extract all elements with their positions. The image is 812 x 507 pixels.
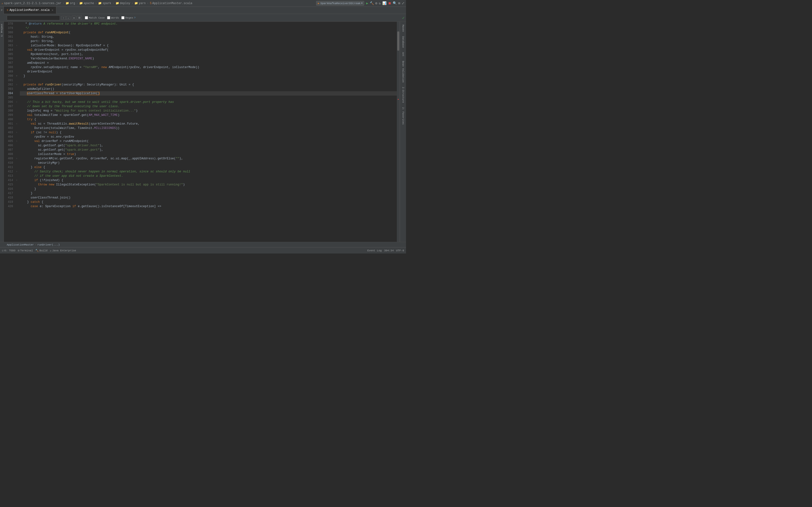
folder-yarn[interactable]: 📁 yarn: [134, 1, 146, 5]
terminal-icon: ⊡: [18, 249, 19, 252]
search-everywhere-icon[interactable]: 🔍: [393, 1, 397, 5]
code-editor[interactable]: 378 379 380 381 382 383 384 385 386 387 …: [4, 22, 400, 242]
folder-org[interactable]: 📁 org: [65, 1, 75, 5]
build-icon[interactable]: 🔨: [370, 1, 374, 5]
run-config[interactable]: ▶ SparkKafkaReceiverDStream ▼: [316, 1, 364, 6]
run-icon[interactable]: ▶: [366, 1, 368, 5]
ant-panel-tab[interactable]: Ant: [401, 50, 405, 58]
code-line-387: amEndpoint =: [20, 61, 397, 65]
toolbar-actions: ▶ 🔨 ⚙ ↻ 📊 ⏹ 🔍 ⊞ ⤢: [366, 1, 405, 5]
folder-icon-yarn: 📁: [134, 1, 138, 5]
regex-checkbox[interactable]: [121, 16, 124, 19]
regex-label: Regex: [125, 16, 133, 19]
project-tab-strip: P: [0, 7, 4, 14]
search-options-group: Match Case Words Regex ?: [85, 16, 136, 19]
code-line-383: isClusterMode: Boolean): RpcEndpointRef …: [20, 44, 397, 48]
project-panel-icon[interactable]: 1: Project: [0, 23, 4, 38]
code-line-409: registerAM(sc.getConf, rpcEnv, driverRef…: [20, 157, 397, 161]
bean-validation-panel-tab[interactable]: Bean Validation: [401, 59, 405, 84]
folder-label-deploy: deploy: [120, 2, 130, 5]
search-extra-icons: ≡ ⊞: [72, 16, 82, 20]
folder-icon-apache: 📁: [79, 1, 83, 5]
encoding-indicator[interactable]: UTF-8: [396, 249, 404, 252]
folder-label-spark: spark: [102, 2, 111, 5]
editor-tab-active[interactable]: S ApplicationMaster.scala ✕: [4, 7, 56, 14]
code-line-412: // Sanity check; should never happen in …: [20, 169, 397, 174]
code-line-391: [20, 78, 397, 82]
z-structure-panel-tab[interactable]: Z-Structure: [401, 85, 405, 105]
editor-status-check: ✓: [402, 15, 405, 20]
gutter-col: ○ ▽ ○ ○: [14, 22, 19, 242]
right-sidebar: Maven Database Ant Bean Validation Z-Str…: [400, 22, 406, 242]
search-options-button[interactable]: ≡: [72, 16, 76, 20]
todo-icon: ☑: [2, 249, 4, 252]
maven-panel-tab[interactable]: Maven: [401, 23, 405, 34]
run-config-label: SparkKafkaReceiverDStream: [320, 2, 360, 5]
todo-item[interactable]: ☑ 6: TODO: [2, 249, 15, 252]
settings-icon[interactable]: ⚙: [375, 1, 377, 5]
layout-icon[interactable]: ⊞: [398, 1, 400, 5]
folder-deploy[interactable]: 📁 deploy: [115, 1, 130, 5]
match-case-label: Match Case: [89, 16, 105, 19]
terminal-label: Terminal: [20, 249, 33, 252]
reload-icon[interactable]: ↻: [379, 1, 380, 5]
folder-apache[interactable]: 📁 apache: [79, 1, 94, 5]
java-enterprise-label: Java Enterprise: [52, 249, 76, 252]
build-label: Build: [39, 249, 47, 252]
code-line-414: if (!finished) {: [20, 178, 397, 182]
favorites-panel-tab[interactable]: 2: Favorites: [401, 105, 405, 126]
bottom-right-items: Event Log 394:34 UTF-8: [367, 249, 404, 252]
event-log-item[interactable]: Event Log: [367, 249, 382, 252]
code-line-399: val totalWaitTime = sparkConf.get(AM_MAX…: [20, 113, 397, 117]
java-icon: ☕: [50, 249, 51, 252]
match-case-option[interactable]: Match Case: [85, 16, 105, 19]
code-line-389: driverEndpoint: [20, 69, 397, 74]
vertical-scrollbar[interactable]: [397, 22, 400, 242]
code-line-417: }: [20, 191, 397, 195]
code-line-411: } else {: [20, 165, 397, 169]
folder-label-yarn: yarn: [139, 2, 146, 5]
todo-label: 6: TODO: [4, 249, 15, 252]
code-line-380: private def runAMEndpoint(: [20, 31, 397, 35]
breadcrumb-method-sep: ›: [35, 243, 37, 246]
tab-close-icon[interactable]: ✕: [52, 9, 53, 12]
build-item[interactable]: 🔨 Build: [35, 249, 47, 252]
java-enterprise-item[interactable]: ☕ Java Enterprise: [50, 249, 76, 252]
code-line-404: rpcEnv = sc.env.rpcEnv: [20, 135, 397, 139]
code-line-418: userClassThread.join(): [20, 195, 397, 200]
search-filter-button[interactable]: ⊞: [77, 16, 82, 20]
stop-icon[interactable]: ⏹: [388, 1, 391, 5]
breadcrumb-method[interactable]: runDriver(...): [38, 243, 60, 246]
code-line-410: securityMgr): [20, 161, 397, 165]
database-panel-tab[interactable]: Database: [401, 34, 405, 50]
project-icon[interactable]: P: [1, 9, 2, 12]
search-prev-button[interactable]: ↑: [61, 16, 66, 20]
folder-icon-spark: 📁: [98, 1, 102, 5]
folder-spark[interactable]: 📁 spark: [98, 1, 111, 5]
code-line-416: }: [20, 187, 397, 191]
code-line-402: Duration(totalWaitTime, TimeUnit.MILLISE…: [20, 126, 397, 130]
words-checkbox[interactable]: [107, 16, 110, 19]
encoding-label: UTF-8: [396, 249, 404, 252]
profile-icon[interactable]: 📊: [382, 1, 387, 5]
scala-file-icon: S: [150, 2, 152, 5]
search-input[interactable]: [7, 15, 60, 20]
file-breadcrumb[interactable]: S ApplicationMaster.scala: [150, 2, 192, 5]
code-line-392: private def runDriver(securityMgr: Secur…: [20, 82, 397, 87]
expand-icon[interactable]: ⤢: [402, 1, 405, 5]
regex-option[interactable]: Regex ?: [121, 16, 136, 19]
scrollbar-thumb[interactable]: [397, 32, 399, 51]
words-option[interactable]: Words: [107, 16, 119, 19]
terminal-item[interactable]: ⊡ Terminal: [18, 249, 33, 252]
code-line-397: // been set by the Thread executing the …: [20, 104, 397, 109]
code-text-col: * @return A reference to the driver's RP…: [19, 22, 397, 242]
code-scroll-area: 378 379 380 381 382 383 384 385 386 387 …: [4, 22, 400, 242]
breadcrumb-class[interactable]: ApplicationMaster: [7, 243, 34, 246]
search-next-button[interactable]: ↓: [66, 16, 70, 20]
code-line-401: val sc = ThreadUtils.awaitResult(sparkCo…: [20, 122, 397, 126]
jar-breadcrumb[interactable]: ☕ spark-yarn_2.11-2.1.1-sources.jar: [1, 1, 61, 5]
match-case-checkbox[interactable]: [85, 16, 88, 19]
code-line-400: try {: [20, 117, 397, 122]
regex-help-icon[interactable]: ?: [134, 16, 136, 19]
code-line-379: */: [20, 26, 397, 31]
